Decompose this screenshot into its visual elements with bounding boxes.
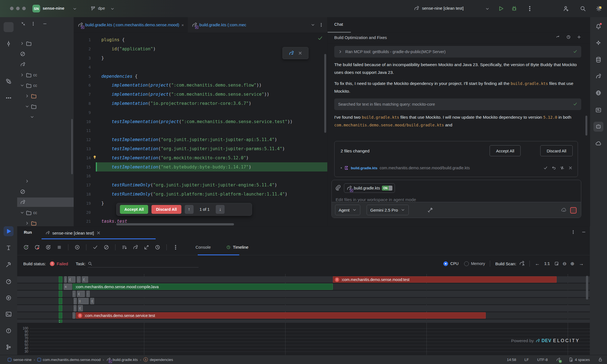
cpu-radio[interactable] [443, 261, 448, 266]
intention-bulb-icon[interactable] [92, 155, 97, 159]
kebab-icon[interactable] [173, 245, 178, 250]
window-close-button[interactable] [10, 7, 14, 10]
changed-file-name[interactable]: build.gradle.kts [351, 166, 377, 170]
run-button[interactable] [498, 6, 504, 12]
previous-change-button[interactable]: ↑ [185, 205, 194, 214]
timeline-task-bar[interactable]: : [59, 319, 62, 323]
unlock-icon[interactable] [598, 357, 603, 362]
code-line-4[interactable]: 4 [74, 63, 327, 72]
undo-file-icon[interactable] [552, 166, 556, 170]
tree-row[interactable] [17, 197, 74, 207]
run-configuration[interactable]: sense-nine [clean test] [422, 6, 464, 11]
tree-row[interactable] [17, 60, 74, 69]
project-tree-scrollbar[interactable] [71, 119, 73, 174]
chevron-down-icon[interactable] [110, 7, 115, 11]
next-change-button[interactable]: ↓ [216, 205, 225, 214]
code-line-11[interactable]: 11 [74, 126, 327, 135]
tool-call-row[interactable]: Searched for text in files matching quer… [334, 98, 581, 110]
code-line-16[interactable]: 16 [74, 171, 327, 181]
code-line-8[interactable]: 8 implementation("io.projectreactor:reac… [74, 99, 327, 108]
tools-icon[interactable] [428, 207, 433, 213]
tree-row[interactable] [17, 39, 74, 48]
timeline-task-bar[interactable] [59, 305, 62, 311]
project-name[interactable]: sense-nine [43, 6, 64, 11]
inspections-ok-icon[interactable] [317, 35, 323, 41]
collapse-all-icon[interactable] [21, 22, 25, 26]
search-icon[interactable] [580, 6, 586, 12]
code-line-9[interactable]: 9 [74, 108, 327, 117]
build-scan-gradle-icon[interactable] [519, 261, 524, 266]
timeline-task-bar[interactable]: :( [78, 305, 83, 311]
chat-accept-all-button[interactable]: Accept All [490, 145, 521, 156]
code-line-12[interactable]: 12 testImplementation("org.junit.jupiter… [74, 135, 327, 144]
gradle-icon[interactable] [133, 245, 138, 250]
tool-stripe-todo[interactable] [4, 243, 14, 253]
stop-generation-button[interactable] [570, 207, 577, 214]
target-icon[interactable] [74, 245, 80, 250]
stop-icon[interactable] [56, 245, 62, 250]
timeline-task-bar[interactable]: :c [64, 284, 72, 290]
importT-icon[interactable] [144, 245, 149, 250]
timeline-task-bar[interactable]: :( [82, 276, 88, 283]
timeline-task-bar[interactable]: :( [68, 276, 75, 283]
code-line-6[interactable]: 6 implementation(project(":com.mechaniti… [74, 81, 327, 90]
close-tab-icon[interactable]: × [181, 23, 184, 27]
gradle-sync-icon[interactable] [289, 50, 294, 56]
chevron-down-icon[interactable] [73, 7, 77, 11]
clockT-icon[interactable] [155, 245, 160, 250]
code-line-5[interactable]: 5 dependencies { [74, 72, 327, 81]
diff-file-icon[interactable] [560, 166, 564, 170]
tool-stripe-chat[interactable] [593, 122, 603, 132]
tree-row[interactable] [17, 112, 74, 122]
tool-stripe-pull-requests[interactable] [4, 55, 14, 65]
rerun-failed-icon[interactable] [34, 245, 40, 250]
model-dropdown[interactable]: Gemini 2.5 Pro [367, 205, 409, 215]
close-icon[interactable] [96, 231, 101, 235]
editor-tab[interactable]: K build.gradle.kts (:com.mechanitis.demo… [74, 17, 188, 33]
branch-name[interactable]: dpe [98, 6, 105, 11]
breadcrumb-item[interactable]: sense-nine [8, 358, 32, 362]
settings-gear-icon[interactable] [596, 6, 602, 12]
run-tab[interactable]: sense-nine [clean test] [42, 227, 105, 239]
tool-stripe-version-control[interactable] [4, 342, 14, 352]
editor-vertical-scrollbar[interactable] [324, 54, 326, 133]
timeline-task-bar[interactable] [59, 298, 62, 304]
code-line-17[interactable]: 17 testRuntimeOnly("org.junit.jupiter:ju… [74, 181, 327, 190]
accept-file-icon[interactable] [543, 166, 548, 170]
timeline-task-bar[interactable]: : [86, 291, 90, 297]
chevron-down-icon[interactable] [485, 7, 490, 11]
timeline-task-bar[interactable] [59, 276, 62, 283]
breadcrumb-item[interactable]: λdependencies [143, 357, 173, 362]
cpu-radio-label[interactable]: CPU [450, 261, 459, 266]
sort-icon[interactable] [122, 245, 127, 250]
timeline-task-bar[interactable]: : [64, 276, 67, 283]
code-line-18[interactable]: 18 testRuntimeOnly("org.junit.platform:j… [74, 190, 327, 199]
editor-horizontal-scrollbar[interactable] [116, 223, 234, 225]
chat-scrollbar[interactable] [585, 116, 587, 136]
task-search-input[interactable] [88, 260, 199, 267]
rerun-sync-icon[interactable] [45, 245, 51, 250]
tool-stripe-more[interactable] [4, 93, 14, 103]
tree-row[interactable]: cc [17, 81, 74, 90]
window-minimize-button[interactable] [16, 7, 20, 10]
changed-file-row[interactable]: • build.gradle.kts com.mechanitis.demo.s… [341, 163, 573, 172]
timeline-task-bar[interactable]: !:com.mechanitis.demo.sense.service:test [76, 312, 486, 319]
breadcrumb-item[interactable]: Kbuild.gradle.kts [106, 357, 138, 362]
tool-stripe-database[interactable] [593, 55, 603, 65]
new-chat-icon[interactable] [577, 35, 581, 39]
tree-row[interactable] [17, 91, 74, 101]
attach-paperclip-icon[interactable] [335, 185, 341, 191]
run-options-icon[interactable] [571, 230, 575, 234]
breadcrumb-item[interactable]: com.mechanitis.demo.sense.mood [37, 358, 101, 362]
memory-radio[interactable] [464, 261, 469, 266]
code-line-10[interactable]: 10 testImplementation(project(":com.mech… [74, 117, 327, 126]
attachment-toggle[interactable]: ON [382, 186, 392, 191]
tree-row[interactable] [17, 219, 74, 226]
cloud-sync-icon[interactable] [561, 207, 567, 212]
tool-stripe-gradle[interactable] [593, 71, 603, 81]
minimize-panel-icon[interactable] [582, 230, 586, 234]
chat-input[interactable]: Edit files in your workspace in agent mo… [336, 197, 416, 202]
timeline-task-bar[interactable]: :( [77, 291, 85, 297]
view-tab-console[interactable]: Console [194, 239, 212, 255]
tool-stripe-structure[interactable] [4, 76, 14, 86]
